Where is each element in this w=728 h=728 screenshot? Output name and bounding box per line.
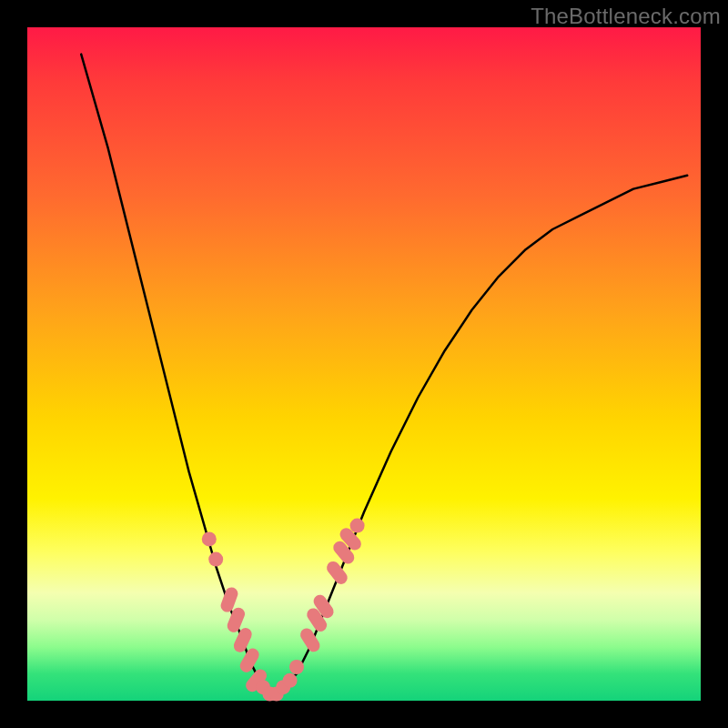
marker-dot	[202, 531, 217, 546]
marker-dot	[283, 673, 298, 688]
marker-dot	[350, 519, 365, 533]
plot-area	[27, 27, 701, 701]
chart-svg	[27, 27, 701, 701]
chart-frame: TheBottleneck.com	[0, 0, 728, 728]
bottleneck-curve-line	[81, 55, 687, 694]
highlighted-markers	[202, 519, 365, 702]
watermark-text: TheBottleneck.com	[531, 4, 721, 29]
marker-dot	[208, 552, 223, 567]
marker-dot	[289, 660, 304, 674]
